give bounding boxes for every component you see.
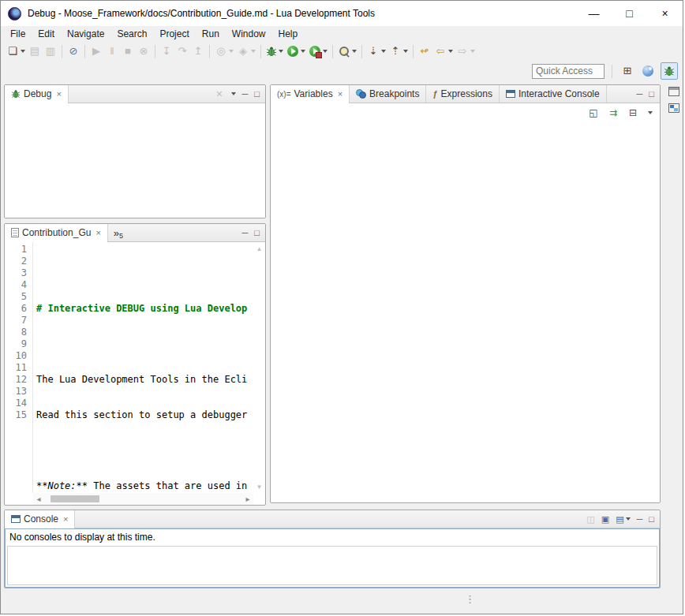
last-edit-location-button[interactable]: ↫ <box>417 43 432 60</box>
tab-contribution-guide[interactable]: Contribution_Gu × <box>5 224 108 241</box>
open-console-dropdown-icon[interactable] <box>626 517 631 521</box>
external-tools-dropdown-icon[interactable] <box>323 50 328 53</box>
window-maximize-button[interactable]: □ <box>612 1 647 26</box>
skip-all-breakpoints-button[interactable]: ⊘ <box>66 43 81 60</box>
new-button[interactable]: ❏ <box>5 43 27 60</box>
code-line[interactable] <box>36 338 253 350</box>
terminate-button[interactable]: ■ <box>120 43 136 60</box>
run-button[interactable] <box>285 43 307 60</box>
view-menu-icon[interactable] <box>648 111 653 114</box>
show-columns-icon[interactable]: ⇉ <box>607 106 619 119</box>
display-selected-console-icon[interactable]: ▣ <box>601 514 609 525</box>
tab-console[interactable]: Console × <box>5 510 75 528</box>
view-menu-icon[interactable] <box>231 92 236 95</box>
external-tools-button[interactable] <box>307 43 329 60</box>
profile-button[interactable]: ◈ <box>235 43 257 60</box>
editor-tab-overflow-button[interactable]: » 5 <box>108 224 129 241</box>
step-over-button[interactable]: ↷ <box>174 43 190 60</box>
code-line[interactable]: Read this section to setup a debugger <box>36 409 253 421</box>
menu-project[interactable]: Project <box>153 27 195 41</box>
step-over-icon: ↷ <box>176 45 189 58</box>
search-dropdown-icon[interactable] <box>352 50 357 53</box>
back-button[interactable]: ⇦ <box>432 43 455 60</box>
step-into-button[interactable]: ↧ <box>159 43 174 60</box>
scroll-up-icon[interactable]: ▴ <box>257 245 261 252</box>
coverage-button[interactable]: ◎ <box>213 43 235 60</box>
tab-interactive-console[interactable]: Interactive Console <box>500 85 607 103</box>
show-logical-structure-icon[interactable]: ◱ <box>587 106 600 119</box>
minimize-view-icon[interactable]: ─ <box>637 89 643 99</box>
suspend-button[interactable]: ‖ <box>104 43 120 60</box>
profile-dropdown-icon[interactable] <box>251 50 256 53</box>
forward-dropdown-icon[interactable] <box>470 50 475 53</box>
editor-horizontal-scrollbar[interactable]: ◂ ▸ <box>33 493 253 505</box>
window-close-button[interactable]: × <box>647 1 683 26</box>
tab-variables[interactable]: (x)= Variables × <box>271 85 350 103</box>
tab-breakpoints[interactable]: Breakpoints <box>350 85 426 103</box>
save-all-button[interactable]: ▥ <box>43 43 58 60</box>
code-line[interactable] <box>36 445 253 457</box>
scroll-down-icon[interactable]: ▾ <box>257 483 261 491</box>
editor-body[interactable]: 1 2 3 4 5 6 7 8 9 10 11 12 13 14 15 # In… <box>5 242 253 493</box>
pin-console-icon[interactable]: ◫ <box>586 514 594 525</box>
code-area[interactable]: # Interactive DEBUG using Lua Develop Th… <box>33 242 253 493</box>
tab-expressions[interactable]: ƒ Expressions <box>426 85 500 103</box>
search-button[interactable] <box>336 43 358 60</box>
tab-debug[interactable]: Debug × <box>5 85 69 103</box>
tab-close-icon[interactable]: × <box>63 514 68 524</box>
step-return-button[interactable]: ↥ <box>190 43 206 60</box>
next-annotation-button[interactable]: ⇣ <box>365 43 387 60</box>
new-dropdown-icon[interactable] <box>21 50 25 53</box>
maximize-view-icon[interactable]: □ <box>649 89 654 99</box>
maximize-view-icon[interactable]: □ <box>254 89 260 99</box>
minimize-view-icon[interactable]: ─ <box>242 89 249 99</box>
back-dropdown-icon[interactable] <box>448 50 453 53</box>
minimize-view-icon[interactable]: ─ <box>242 228 249 237</box>
run-dropdown-icon[interactable] <box>301 50 305 53</box>
menu-file[interactable]: File <box>4 27 32 41</box>
tab-close-icon[interactable]: × <box>338 89 342 99</box>
skip-all-breakpoints-icon: ⊘ <box>67 45 80 58</box>
debug-button[interactable] <box>264 43 285 60</box>
scrollbar-thumb[interactable] <box>51 495 99 502</box>
code-line[interactable] <box>36 267 253 279</box>
minimize-view-icon[interactable]: ─ <box>637 514 643 524</box>
menu-window[interactable]: Window <box>226 27 272 41</box>
scroll-left-icon[interactable]: ◂ <box>33 495 44 503</box>
previous-annotation-dropdown-icon[interactable] <box>403 50 408 53</box>
previous-annotation-button[interactable]: ⇡ <box>387 43 410 60</box>
maximize-view-icon[interactable]: □ <box>254 228 260 237</box>
disconnect-button[interactable]: ⊗ <box>136 43 152 60</box>
coverage-dropdown-icon[interactable] <box>229 50 234 53</box>
save-button[interactable]: ▤ <box>27 43 43 60</box>
tab-close-icon[interactable]: × <box>56 89 61 99</box>
code-line[interactable]: # Interactive DEBUG using Lua Develop <box>36 303 253 315</box>
menu-navigate[interactable]: Navigate <box>61 27 110 41</box>
code-line[interactable]: The Lua Development Tools in the Ecli <box>36 374 253 386</box>
menu-search[interactable]: Search <box>110 27 153 41</box>
open-perspective-button[interactable]: ⊞ <box>619 62 635 80</box>
forward-button[interactable]: ⇨ <box>455 43 477 60</box>
debug-perspective-button[interactable] <box>661 62 678 80</box>
remove-all-terminated-icon[interactable]: ✕ <box>215 89 223 99</box>
editor-vertical-scrollbar[interactable]: ▴ ▾ <box>253 242 265 493</box>
scroll-right-icon[interactable]: ▸ <box>242 495 253 503</box>
quick-access-input[interactable] <box>532 64 605 79</box>
debug-dropdown-icon[interactable] <box>279 50 283 53</box>
maximize-view-icon[interactable]: □ <box>649 514 654 524</box>
next-annotation-dropdown-icon[interactable] <box>381 50 386 53</box>
menu-help[interactable]: Help <box>272 27 305 41</box>
lua-perspective-button[interactable] <box>639 62 657 80</box>
resume-button[interactable]: ▶ <box>88 43 104 60</box>
menu-edit[interactable]: Edit <box>32 27 61 41</box>
menu-run[interactable]: Run <box>196 27 226 41</box>
code-line[interactable]: **Note:** The assets that are used in <box>36 480 253 492</box>
open-console-button[interactable]: ▤ <box>616 514 630 525</box>
minimized-view-1-icon[interactable] <box>668 87 679 96</box>
window-minimize-button[interactable]: — <box>576 1 612 26</box>
minimized-view-2-icon[interactable] <box>668 103 679 113</box>
tab-close-icon[interactable]: × <box>95 228 100 237</box>
sash-drag-handle-icon[interactable]: ⋮ <box>465 593 475 605</box>
step-return-icon: ↥ <box>192 45 204 58</box>
collapse-all-icon[interactable]: ⊟ <box>627 106 639 119</box>
